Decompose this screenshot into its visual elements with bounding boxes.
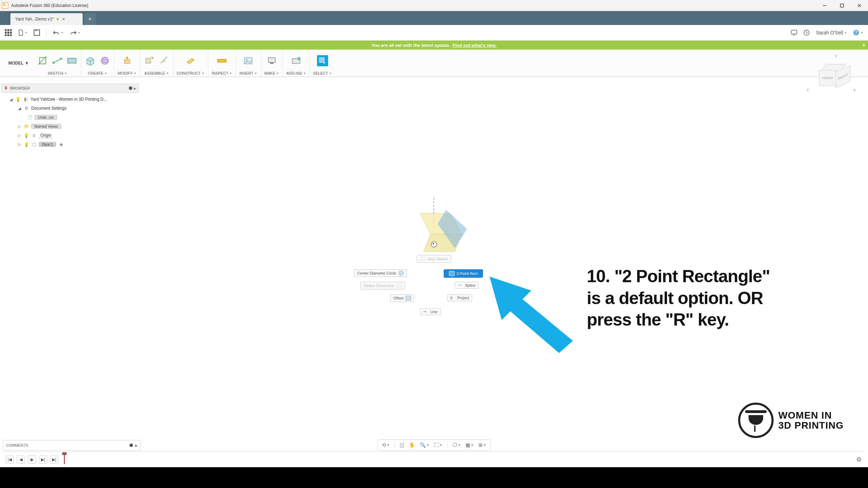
bulb-icon[interactable]: 💡 xyxy=(24,142,29,147)
ribbon-label-modify[interactable]: MODIFY▼ xyxy=(118,71,136,75)
timeline-marker[interactable] xyxy=(64,453,65,464)
brand-logo: WOMEN IN 3D PRINTING xyxy=(738,403,844,438)
menu-2point-rect[interactable]: 2-Point Rect xyxy=(444,269,483,278)
menu-spline[interactable]: 〰Spline xyxy=(455,282,479,289)
fit-button[interactable]: ⛶▼ xyxy=(434,442,442,448)
window-maximize-button[interactable] xyxy=(833,0,851,11)
browser-header[interactable]: 📌 BROWSER ▶ xyxy=(1,84,139,93)
bulb-icon[interactable]: 💡 xyxy=(15,97,21,102)
ribbon-label-select[interactable]: SELECT▼ xyxy=(313,71,332,75)
sketch-line-icon[interactable] xyxy=(52,55,63,66)
help-button[interactable]: ?▼ xyxy=(853,30,863,36)
ribbon-group-sketch: SKETCH▼ xyxy=(34,50,81,77)
pin-icon[interactable]: 📌 xyxy=(3,85,9,91)
browser-tree: ◢💡◧Yard Yahtzee - Women in 3D Printing D… xyxy=(1,93,139,151)
file-menu-button[interactable]: ▼ xyxy=(18,30,27,36)
banner-link[interactable]: Find out what's new. xyxy=(452,43,496,48)
ribbon-label-make[interactable]: MAKE▼ xyxy=(265,71,279,75)
tree-root[interactable]: ◢💡◧Yard Yahtzee - Women in 3D Printing D… xyxy=(3,95,137,104)
comments-collapse-icon[interactable] xyxy=(130,444,133,447)
comments-panel[interactable]: COMMENTS ▶ xyxy=(3,440,141,451)
timeline-prev-button[interactable]: ◀ xyxy=(17,455,25,464)
tree-origin-label: Origin xyxy=(39,133,53,138)
banner-close-button[interactable]: × xyxy=(862,42,865,48)
timeline-start-button[interactable]: |◀ xyxy=(6,455,14,464)
addins-icon[interactable] xyxy=(291,55,302,66)
timeline-play-button[interactable]: ▶ xyxy=(28,455,36,464)
save-button[interactable] xyxy=(34,30,40,36)
timeline-settings-button[interactable]: ⚙ xyxy=(856,456,862,463)
ribbon-label-insert[interactable]: INSERT▼ xyxy=(240,71,257,75)
orbit-button[interactable]: ⟲▼ xyxy=(382,442,390,448)
viewport-button[interactable]: ⊞▼ xyxy=(478,442,486,448)
display-settings-button[interactable]: 🖵▼ xyxy=(452,442,461,448)
data-panel-button[interactable] xyxy=(5,29,12,36)
ribbon-group-create: CREATE▼ xyxy=(81,50,114,77)
ribbon-label-create[interactable]: CREATE▼ xyxy=(88,71,107,75)
bulb-icon[interactable]: 💡 xyxy=(24,133,29,138)
logo-mark xyxy=(738,403,774,438)
undo-button[interactable]: ▼ xyxy=(53,30,64,35)
pan-button[interactable]: ✋ xyxy=(409,442,415,448)
svg-point-28 xyxy=(298,57,300,60)
tree-origin[interactable]: ▷💡⧈Origin xyxy=(3,131,137,140)
create-box-icon[interactable] xyxy=(85,55,96,66)
assemble-joint-icon[interactable] xyxy=(158,55,169,66)
chevron-right-icon[interactable]: ▶ xyxy=(134,86,136,90)
ribbon-label-construct[interactable]: CONSTRUCT▼ xyxy=(177,71,205,75)
grid-settings-button[interactable]: ▦▼ xyxy=(466,442,474,448)
tab-close-icon[interactable]: × xyxy=(62,16,65,22)
menu-offset[interactable]: Offset xyxy=(390,294,414,302)
browser-collapse-icon[interactable] xyxy=(129,86,132,90)
sketch-create-icon[interactable] xyxy=(37,55,48,66)
new-document-tab-button[interactable]: + xyxy=(84,13,96,25)
tree-docsettings[interactable]: ◢⚙Document Settings xyxy=(3,104,137,113)
ribbon-label-addins[interactable]: ADD-INS▼ xyxy=(286,71,306,75)
document-tab-active[interactable]: Yard Yah...Demo v1* × xyxy=(10,13,83,25)
ribbon-label-inspect[interactable]: INSPECT▼ xyxy=(212,71,232,75)
window-minimize-button[interactable] xyxy=(816,0,833,11)
folder-icon: 📁 xyxy=(24,124,29,129)
quick-access-toolbar: ▼ ▼ ▼ Sarah O'Sell▼ ?▼ xyxy=(0,25,868,41)
assemble-newcomp-icon[interactable]: + xyxy=(144,55,155,66)
notifications-icon[interactable] xyxy=(791,30,797,35)
timeline-next-button[interactable]: ▶| xyxy=(39,455,47,464)
user-menu[interactable]: Sarah O'Sell▼ xyxy=(816,30,847,35)
look-at-button[interactable]: ◫ xyxy=(400,442,404,448)
construct-plane-icon[interactable] xyxy=(185,55,196,66)
redo-button[interactable]: ▼ xyxy=(70,30,81,35)
menu-center-circle[interactable]: Center Diameter Circle xyxy=(354,269,407,277)
menu-stop-sketch[interactable]: Stop Sketch xyxy=(417,255,451,263)
sketch-rect-icon[interactable] xyxy=(66,55,77,66)
timeline-track[interactable] xyxy=(64,459,862,460)
ribbon-label-assemble[interactable]: ASSEMBLE▼ xyxy=(144,71,169,75)
modify-pressPull-icon[interactable] xyxy=(122,55,133,66)
ribbon-label-sketch[interactable]: SKETCH▼ xyxy=(48,71,67,75)
menu-project[interactable]: ⎘Project xyxy=(447,294,472,301)
browser-panel: 📌 BROWSER ▶ ◢💡◧Yard Yahtzee - Women in 3… xyxy=(1,84,139,151)
tree-units[interactable]: 📄Units: cm xyxy=(3,113,137,122)
inspect-measure-icon[interactable] xyxy=(216,55,227,66)
tree-dice[interactable]: ▷💡▢Dice:1◉ xyxy=(3,140,137,149)
window-close-button[interactable] xyxy=(851,0,868,11)
menu-sketch-dimension[interactable]: Sketch Dimension xyxy=(360,282,405,289)
active-comp-icon[interactable]: ◉ xyxy=(59,142,63,147)
menu-center-circle-label: Center Diameter Circle xyxy=(357,271,396,275)
gear-icon: ⚙ xyxy=(24,106,29,111)
ribbon-group-select: SELECT▼ xyxy=(310,50,335,77)
chevron-right-icon[interactable]: ▶ xyxy=(135,444,138,447)
menu-line[interactable]: ⤳Line xyxy=(420,308,441,315)
insert-decal-icon[interactable] xyxy=(243,55,254,66)
tree-named-views[interactable]: ▷📁Named Views xyxy=(3,122,137,131)
viewcube-front[interactable]: FRONT xyxy=(819,70,836,86)
make-3dprint-icon[interactable] xyxy=(266,55,277,66)
job-status-icon[interactable] xyxy=(803,30,810,36)
create-sphere-icon[interactable] xyxy=(99,55,110,66)
tree-named-views-label: Named Views xyxy=(31,124,61,129)
zoom-button[interactable]: 🔍▼ xyxy=(420,442,429,448)
workspace-switcher[interactable]: MODEL▼ xyxy=(3,50,34,77)
timeline-end-button[interactable]: ▶| xyxy=(50,455,58,464)
view-cube[interactable]: y FRONT RIGHT z x xyxy=(809,56,854,101)
select-tool-active[interactable] xyxy=(317,55,328,66)
svg-rect-23 xyxy=(244,58,252,64)
